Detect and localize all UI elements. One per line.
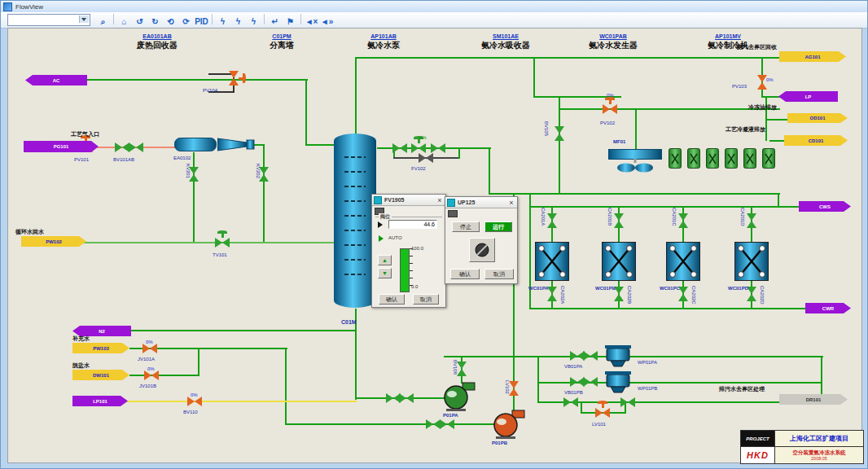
pin-icon[interactable] xyxy=(448,210,458,217)
valve-28[interactable] xyxy=(144,370,159,380)
diagram-label: JV101B xyxy=(139,384,156,389)
centrifugal-pump-7[interactable] xyxy=(441,379,476,411)
valve-21[interactable] xyxy=(457,362,467,376)
pump-toggle-button[interactable] xyxy=(469,238,495,262)
flow-arrow-OD101[interactable]: OD101 xyxy=(787,113,848,123)
valve-16[interactable] xyxy=(747,213,756,228)
diagram-label: C01M xyxy=(341,319,357,326)
diagram-label: 0% xyxy=(147,366,155,372)
valve-5[interactable] xyxy=(215,238,230,248)
flow-arrow-CWS[interactable]: CWS xyxy=(799,201,851,212)
decrement-button[interactable]: ▼ xyxy=(378,268,392,278)
diagram-label: WC01PD xyxy=(728,286,748,291)
valve-31[interactable] xyxy=(583,351,598,361)
shell-exchanger-1 xyxy=(174,138,217,151)
diagram-label: FV102 xyxy=(411,166,426,172)
dialog-icon xyxy=(374,196,382,204)
stop-button[interactable]: 停止 xyxy=(452,221,480,232)
group-box: 阀位 xyxy=(375,217,442,217)
valve-6[interactable] xyxy=(392,143,407,153)
flow-arrow-AG101[interactable]: AG101 xyxy=(779,51,846,62)
diagram-label: BV110 xyxy=(183,410,198,415)
flow-arrow-DR101[interactable]: DR101 xyxy=(779,394,848,405)
diagram-label: WC01PB xyxy=(595,286,616,291)
setpoint-input[interactable] xyxy=(388,220,437,229)
ejector-2 xyxy=(217,137,255,152)
cancel-button[interactable]: 取消 xyxy=(413,294,439,305)
diagram-label: 0% xyxy=(419,135,427,141)
dialog-titlebar[interactable]: UP125 × xyxy=(445,197,517,208)
valve-11[interactable] xyxy=(603,104,617,114)
increment-button[interactable]: ▲ xyxy=(378,255,392,265)
valve-26[interactable] xyxy=(509,381,519,396)
flow-arrow-PW102[interactable]: PW102 xyxy=(21,236,86,247)
diagram-label: 循环水回水 xyxy=(15,229,44,235)
flow-arrow-DW101[interactable]: DW101 xyxy=(72,370,129,380)
pipe-segment-20 xyxy=(458,148,460,159)
flow-arrow-PW103[interactable]: PW103 xyxy=(72,343,129,353)
diagram-label: 工艺冷凝液排放 xyxy=(726,126,765,133)
pump-faceplate-dialog[interactable]: UP125 × 停止 运行 确认 取消 xyxy=(445,196,518,284)
inline-strainer-17[interactable] xyxy=(605,345,631,368)
valve-3[interactable] xyxy=(189,167,199,182)
valve-15[interactable] xyxy=(678,213,688,228)
valve-25[interactable] xyxy=(440,419,454,429)
plate-heat-exchanger-4[interactable] xyxy=(602,242,636,281)
diagram-label: LV102 xyxy=(504,380,510,394)
valve-33[interactable] xyxy=(583,377,598,387)
valve-1[interactable] xyxy=(115,142,129,152)
down-arrow-icon: ▼ xyxy=(382,270,388,276)
centrifugal-pump-8[interactable] xyxy=(490,406,526,439)
diagram-label: 冷冻油排放 xyxy=(748,104,777,111)
inline-strainer-18[interactable] xyxy=(605,371,631,394)
valve-7[interactable] xyxy=(411,143,426,153)
cooling-cell-15 xyxy=(743,148,756,169)
diagram-label: TV101 xyxy=(213,252,227,258)
ok-button[interactable]: 确认 xyxy=(450,269,480,279)
flow-arrow-AC[interactable]: AC xyxy=(25,75,87,85)
flow-arrow-LP101[interactable]: LP101 xyxy=(72,396,128,406)
plate-heat-exchanger-3[interactable] xyxy=(535,242,569,281)
diagram-label: 补充水 xyxy=(72,335,90,342)
close-icon[interactable]: × xyxy=(507,199,515,207)
valve-9[interactable] xyxy=(419,153,433,163)
valve-13[interactable] xyxy=(547,213,557,228)
pipe-segment-21 xyxy=(489,148,490,195)
flow-arrow-CD101[interactable]: CD101 xyxy=(784,135,848,146)
valve-4[interactable] xyxy=(259,167,269,182)
valve-37[interactable] xyxy=(229,71,239,85)
distillation-column-0[interactable] xyxy=(333,133,377,309)
ok-button[interactable]: 确认 xyxy=(379,294,405,305)
diagram-label: LV101 xyxy=(592,422,606,427)
valve-faceplate-dialog[interactable]: FV1905 × 阀位 AUTO 100.0 0.0 ▲ ▼ 确认 取消 xyxy=(371,194,446,308)
cooling-cell-14 xyxy=(725,148,738,169)
valve-14[interactable] xyxy=(614,213,624,228)
flow-arrow-LP[interactable]: LP xyxy=(778,91,838,102)
pipe-segment-11 xyxy=(761,96,781,98)
valve-2[interactable] xyxy=(129,142,143,152)
plate-heat-exchanger-6[interactable] xyxy=(734,242,769,281)
equipment-label-AP101AB: AP101AB氨冷水泵 xyxy=(331,33,436,51)
valve-24[interactable] xyxy=(426,419,441,429)
valve-23[interactable] xyxy=(399,393,414,403)
valve-34[interactable] xyxy=(563,397,578,407)
diagram-label: PV102 xyxy=(600,121,615,126)
app-window: FlowView ⌕⌂↺↻⟲⟳PIDϟϟϟ↵⚑◄×◄» EA0101AB废热回收… xyxy=(0,0,868,469)
valve-27[interactable] xyxy=(142,344,157,353)
valve-position-bar[interactable] xyxy=(400,248,410,292)
run-button[interactable]: 运行 xyxy=(484,221,512,232)
pipe-segment-42 xyxy=(129,375,199,376)
flow-arrow-PG101[interactable]: PG101 xyxy=(24,141,99,152)
close-icon[interactable]: × xyxy=(436,196,444,204)
valve-36[interactable] xyxy=(595,408,610,418)
valve-10[interactable] xyxy=(555,126,564,141)
plate-heat-exchanger-5[interactable] xyxy=(666,242,700,281)
diagram-label: 脱盐水 xyxy=(72,362,90,369)
pipe-segment-7 xyxy=(559,97,560,195)
valve-29[interactable] xyxy=(187,397,202,406)
cancel-button[interactable]: 取消 xyxy=(484,269,514,279)
valve-8[interactable] xyxy=(431,143,445,153)
dialog-titlebar[interactable]: FV1905 × xyxy=(372,195,445,206)
flow-arrow-CWR[interactable]: CWR xyxy=(805,303,851,313)
valve-35[interactable] xyxy=(620,397,635,407)
